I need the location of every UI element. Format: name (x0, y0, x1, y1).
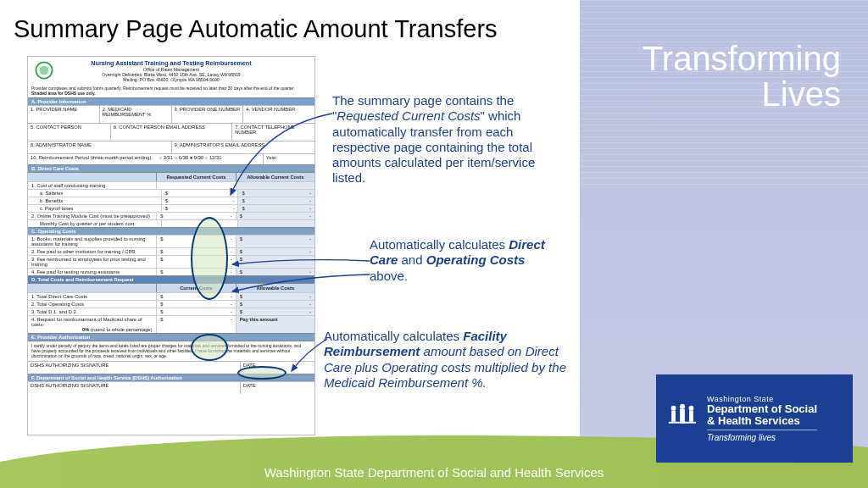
b-payroll: c. Payroll taxes (28, 205, 161, 212)
field-medicaid-pct: 2. MEDICAID REIMBURSEMENT % (100, 106, 172, 123)
brand-line2: Lives (643, 76, 841, 112)
b-monthly: Monthly Cost by quarter or per student c… (28, 220, 161, 227)
field-admin-name: 8. ADMINISTRATOR NAME (28, 141, 172, 153)
c-line3: 3. Fee reimbursed to employees for prior… (28, 256, 156, 268)
c-line2: 2. Fee paid to other institution for tra… (28, 248, 156, 255)
col-requested: Requested Current Costs (156, 173, 235, 181)
c-line1: 1. Books, materials and supplies provide… (28, 236, 156, 247)
field-dshs-sig2: DSHS AUTHORIZING SIGNATURE (28, 382, 241, 394)
slide-title: Summary Page Automatic Amount Transfers (14, 15, 498, 43)
section-e-header: E. Provider Authorization (28, 333, 314, 341)
brand-line1: Transforming (643, 41, 841, 76)
b-online: 2. Online Training Module Cost (must be … (28, 213, 156, 219)
dshs-logo-icon (666, 402, 698, 435)
dshs-dept1: Department of Social (707, 403, 817, 415)
svg-rect-1 (671, 411, 676, 422)
svg-point-2 (680, 404, 685, 409)
section-a-header: A. Provider Information (28, 97, 314, 105)
brand-headline: Transforming Lives (643, 41, 841, 112)
form-mailing: Mailing: PO Box 45600, Olympia WA 98504-… (33, 77, 309, 82)
svg-rect-3 (680, 409, 685, 424)
state-seal-icon (32, 60, 56, 80)
d-line1: 1. Total Direct Care Costs (28, 293, 156, 300)
pay-this-amount: Pay this amount (236, 316, 314, 333)
d-line2: 2. Total Operating Costs (28, 301, 156, 308)
b-line1: 1. Cost of staff conducting training (28, 182, 156, 189)
field-date2: DATE (241, 382, 314, 394)
footer-text: Washington State Department of Social an… (0, 465, 868, 480)
arrow-to-operating (229, 271, 373, 297)
highlight-totals (191, 334, 228, 361)
c-line4: 4. Fee paid for testing nursing assistan… (28, 269, 156, 275)
dshs-dept2: & Health Services (707, 415, 817, 427)
field-dshs-sig: DSHS AUTHORIZING SIGNATURE (28, 362, 241, 374)
d-line3: 3. Total D.1. and D.2. (28, 308, 156, 315)
section-c-header: C. Operating Costs (28, 227, 314, 235)
d-line4: 4. Request for reimbursement of Medicaid… (28, 316, 156, 333)
arrow-to-direct-care (229, 249, 373, 268)
field-contact-person: 5. CONTACT PERSON (28, 124, 111, 141)
arrow-to-requested-costs (227, 110, 337, 203)
svg-point-4 (689, 406, 694, 411)
svg-point-0 (671, 406, 676, 411)
highlight-pay-amount (237, 366, 287, 380)
form-title: Nursing Assistant Training and Testing R… (33, 59, 309, 67)
field-contact-email: 6. CONTACT PERSON EMAIL ADDRESS (111, 124, 232, 141)
field-provider-name: 1. PROVIDER NAME (28, 106, 100, 123)
annotation-direct-operating: Automatically calculates Direct Care and… (370, 237, 565, 284)
certification-text: I certify under penalty of perjury the i… (28, 341, 314, 361)
highlight-requested-column (191, 217, 228, 300)
b-salaries: a. Salaries (28, 190, 161, 197)
b-benefits: b. Benefits (28, 197, 161, 204)
svg-rect-5 (689, 411, 693, 422)
svg-point-8 (40, 66, 49, 75)
svg-rect-6 (669, 422, 696, 424)
dshs-tagline: Transforming lives (707, 430, 817, 442)
dshs-logo-box: Washington State Department of Social & … (656, 374, 853, 463)
annotation-requested-costs: The summary page contains the "Requested… (332, 93, 566, 186)
annotation-facility-reimb: Automatically calculates Facility Reimbu… (324, 329, 570, 391)
form-shaded-note: Shaded area for DSHS use only. (31, 91, 96, 96)
